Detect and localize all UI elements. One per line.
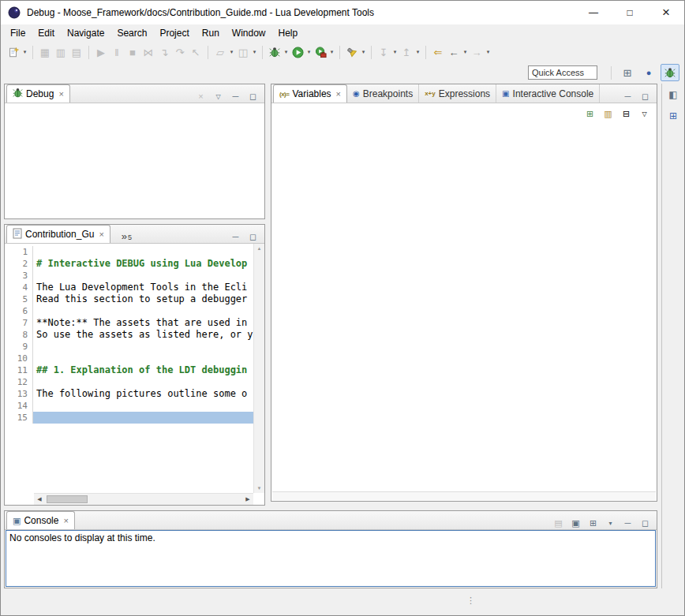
lua-perspective-button[interactable]: ●: [639, 64, 658, 81]
line-number[interactable]: 5: [5, 293, 33, 305]
debug-view-content[interactable]: [6, 103, 264, 218]
close-button[interactable]: ×: [648, 1, 684, 24]
scrollbar-thumb[interactable]: [47, 495, 88, 503]
maximize-view-icon[interactable]: ◻: [639, 517, 651, 529]
tab-expressions[interactable]: x+y Expressions: [419, 84, 496, 103]
editor-line[interactable]: 8So use the assets as listed here, or y: [5, 329, 253, 341]
print-button[interactable]: ▤: [69, 43, 84, 61]
run-button[interactable]: [290, 43, 305, 61]
tab-console[interactable]: ▣ Console ×: [6, 511, 75, 529]
debug-dropdown-icon[interactable]: ▾: [283, 43, 290, 61]
menu-window[interactable]: Window: [226, 26, 272, 40]
open-console-icon[interactable]: ⊞: [587, 517, 599, 529]
editor-line[interactable]: 7**Note:** The assets that are used in: [5, 317, 253, 329]
save-button[interactable]: ▦: [37, 43, 53, 61]
suspend-button[interactable]: ‖: [109, 43, 125, 61]
minimized-view-icon[interactable]: ⊞: [666, 109, 680, 123]
sash-handle[interactable]: ⋮: [466, 598, 475, 603]
open-perspective-button[interactable]: ⊞: [618, 64, 637, 81]
maximize-button[interactable]: □: [612, 1, 648, 24]
line-number[interactable]: 1: [5, 246, 33, 258]
next-annotation-button[interactable]: ↧: [376, 43, 391, 61]
menu-search[interactable]: Search: [110, 26, 153, 40]
line-number[interactable]: 12: [5, 376, 33, 388]
line-number[interactable]: 13: [5, 388, 33, 400]
remove-terminated-icon[interactable]: ×: [195, 90, 207, 103]
launch-config-dropdown-icon[interactable]: ▾: [228, 43, 235, 61]
close-icon[interactable]: ×: [336, 89, 341, 99]
maximize-view-icon[interactable]: ◻: [639, 90, 651, 103]
quick-access-input[interactable]: Quick Access: [528, 65, 597, 80]
last-edit-location-button[interactable]: ⇐: [430, 43, 446, 61]
editor-line[interactable]: 2# Interactive DEBUG using Lua Develop: [5, 258, 253, 270]
hidden-editors-chevron[interactable]: » 5: [110, 232, 139, 243]
minimize-view-icon[interactable]: ─: [622, 517, 634, 529]
view-menu-icon[interactable]: ▽: [212, 90, 224, 103]
step-over-button[interactable]: ↷: [172, 43, 188, 61]
console-content[interactable]: No consoles to display at this time.: [6, 530, 656, 587]
maximize-view-icon[interactable]: ◻: [247, 90, 259, 103]
editor-lines[interactable]: 12# Interactive DEBUG using Lua Develop3…: [5, 244, 253, 493]
run-to-line-button[interactable]: ◫: [235, 43, 251, 61]
restore-views-icon[interactable]: ◧: [666, 88, 680, 102]
line-number[interactable]: 8: [5, 329, 33, 341]
close-icon[interactable]: ×: [99, 230, 103, 239]
line-number[interactable]: 11: [5, 364, 33, 376]
step-into-button[interactable]: ↴: [156, 43, 172, 61]
editor-line[interactable]: 13The following pictures outline some o: [5, 388, 253, 400]
minimize-view-icon[interactable]: ─: [230, 90, 241, 103]
close-icon[interactable]: ×: [63, 516, 68, 525]
line-number[interactable]: 4: [5, 282, 33, 293]
external-tools-button[interactable]: [313, 43, 328, 61]
view-menu-icon[interactable]: ▽: [638, 107, 650, 120]
variables-view-content[interactable]: [272, 124, 656, 491]
editor-horizontal-scrollbar[interactable]: ◀ ▶: [34, 493, 253, 505]
forward-dropdown-icon[interactable]: ▾: [485, 43, 492, 61]
save-all-button[interactable]: ▥: [53, 43, 69, 61]
editor-vertical-scrollbar[interactable]: ▲ ▼: [253, 244, 264, 493]
resume-button[interactable]: ▶: [93, 43, 109, 61]
line-number[interactable]: 10: [5, 353, 33, 364]
external-tools-dropdown-icon[interactable]: ▾: [328, 43, 335, 61]
line-number[interactable]: 6: [5, 305, 33, 317]
editor-line[interactable]: 5Read this section to setup a debugger: [5, 293, 253, 305]
forward-button[interactable]: →: [469, 43, 485, 61]
next-annotation-dropdown-icon[interactable]: ▾: [391, 43, 399, 61]
minimize-view-icon[interactable]: ─: [622, 90, 634, 103]
launch-config-button[interactable]: ▱: [212, 43, 228, 61]
collapse-all-icon[interactable]: ⊟: [620, 107, 632, 120]
step-return-button[interactable]: ↖: [188, 43, 204, 61]
back-dropdown-icon[interactable]: ▾: [462, 43, 469, 61]
new-button[interactable]: [6, 43, 21, 61]
scroll-down-icon[interactable]: ▼: [257, 486, 262, 491]
tab-contribution-guide[interactable]: Contribution_Gu ×: [6, 225, 110, 243]
variables-scrollbar[interactable]: [272, 491, 656, 500]
show-columns-icon[interactable]: ▥: [602, 107, 614, 120]
search-dropdown-icon[interactable]: ▾: [360, 43, 367, 61]
terminate-button[interactable]: ■: [125, 43, 140, 61]
menu-file[interactable]: File: [4, 26, 32, 40]
tab-variables[interactable]: (x)= Variables ×: [273, 84, 347, 103]
pin-console-icon[interactable]: ▤: [552, 517, 564, 529]
menu-run[interactable]: Run: [196, 26, 226, 40]
menu-navigate[interactable]: Navigate: [61, 26, 110, 40]
tab-breakpoints[interactable]: ◉ Breakpoints: [347, 84, 419, 103]
line-number[interactable]: 15: [5, 412, 33, 424]
back-button[interactable]: ←: [446, 43, 462, 61]
minimize-view-icon[interactable]: ─: [230, 230, 241, 243]
show-logical-structure-icon[interactable]: ⊞: [584, 107, 596, 120]
display-selected-console-icon[interactable]: ▣: [570, 517, 582, 529]
scroll-right-icon[interactable]: ▶: [242, 494, 253, 505]
line-number[interactable]: 7: [5, 317, 33, 329]
open-console-dropdown-icon[interactable]: ▾: [605, 517, 616, 529]
editor-line[interactable]: 10: [5, 353, 253, 364]
search-button[interactable]: [344, 43, 360, 61]
debug-perspective-button[interactable]: [661, 64, 679, 81]
scroll-left-icon[interactable]: ◀: [34, 494, 45, 505]
menu-help[interactable]: Help: [272, 26, 305, 40]
editor-line[interactable]: 3: [5, 270, 253, 282]
close-icon[interactable]: ×: [58, 89, 63, 99]
editor-line[interactable]: 11## 1. Explanation of the LDT debuggin: [5, 364, 253, 376]
editor-line[interactable]: 12: [5, 376, 253, 388]
line-number[interactable]: 9: [5, 341, 33, 353]
